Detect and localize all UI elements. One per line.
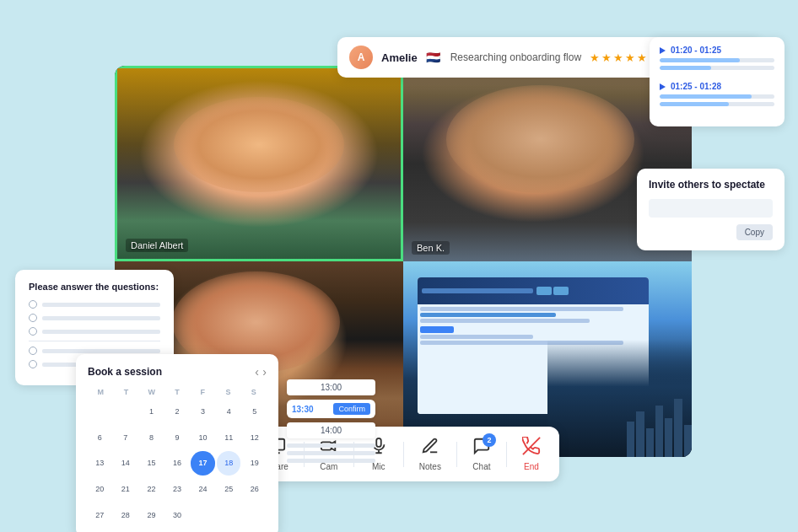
cal-day-T1: T <box>113 388 138 396</box>
cal-cell-empty-5 <box>242 502 267 527</box>
cal-cell-26[interactable]: 26 <box>242 477 267 502</box>
screen-line-1 <box>420 307 623 311</box>
cal-cell-27[interactable]: 27 <box>88 502 112 527</box>
chat-badge: 2 <box>483 433 496 447</box>
calendar-next[interactable]: › <box>262 365 267 379</box>
cal-day-M: M <box>88 388 113 396</box>
invite-link-input[interactable] <box>649 199 773 218</box>
timeline-fill-sub-2 <box>660 102 729 106</box>
option-line-4 <box>42 349 160 353</box>
play-icon-1 <box>660 47 666 54</box>
copy-button[interactable]: Copy <box>736 224 773 240</box>
cal-cell-19[interactable]: 19 <box>242 451 267 476</box>
cal-cell-empty-4 <box>217 502 241 527</box>
calendar-grid: 1 2 3 4 5 6 7 8 9 10 11 12 13 14 15 16 1… <box>88 400 267 527</box>
option-line-2 <box>42 316 160 320</box>
cal-cell-12[interactable]: 12 <box>242 426 267 450</box>
calendar-prev[interactable]: ‹ <box>255 365 259 379</box>
time-slots-container: 13:00 13:30 Confirm 14:00 <box>287 379 375 466</box>
timeline-time-2: 01:25 - 01:28 <box>660 82 774 91</box>
cal-cell-1[interactable]: 1 <box>139 400 164 424</box>
cal-cell-20[interactable]: 20 <box>88 477 112 502</box>
cal-day-W: W <box>139 388 164 396</box>
cal-cell-18[interactable]: 18 <box>217 451 241 476</box>
radio-2[interactable] <box>29 314 37 322</box>
divider-5 <box>506 442 507 467</box>
screen-line-2 <box>420 313 556 317</box>
cal-cell-2[interactable]: 2 <box>165 400 190 424</box>
cal-cell-23[interactable]: 23 <box>165 477 190 502</box>
user-avatar: A <box>349 46 373 69</box>
time-lines <box>287 443 375 463</box>
participant-label-daniel: Daniel Albert <box>126 239 188 252</box>
notes-button[interactable]: Notes <box>407 432 453 476</box>
option-line-3 <box>42 330 160 334</box>
cal-cell-6[interactable]: 6 <box>88 426 112 450</box>
cal-cell-17[interactable]: 17 <box>191 451 215 476</box>
end-label: End <box>524 462 539 471</box>
cal-day-S2: S <box>241 388 267 396</box>
question-option-2 <box>29 314 160 322</box>
timeline-bar-1 <box>660 58 774 62</box>
cal-cell-5[interactable]: 5 <box>242 400 267 424</box>
cal-cell-9[interactable]: 9 <box>165 426 190 450</box>
confirm-1330-button[interactable]: Confirm <box>333 403 370 415</box>
user-flag: 🇳🇱 <box>426 51 440 64</box>
question-option-3 <box>29 327 160 336</box>
time-slot-1300[interactable]: 13:00 <box>287 379 375 395</box>
cal-cell-30[interactable]: 30 <box>165 502 190 527</box>
timeline-bar-2 <box>660 94 774 99</box>
cal-cell-4[interactable]: 4 <box>217 400 241 424</box>
cal-cell-24[interactable]: 24 <box>191 477 215 502</box>
chat-label: Chat <box>472 462 490 471</box>
cal-cell-29[interactable]: 29 <box>139 502 164 527</box>
session-title: Researching onboarding flow <box>450 51 581 63</box>
radio-4[interactable] <box>29 347 37 355</box>
cal-cell-14[interactable]: 14 <box>114 451 138 476</box>
cal-cell-25[interactable]: 25 <box>217 477 241 502</box>
invite-title: Invite others to spectate <box>649 179 773 191</box>
cal-cell-empty-3 <box>191 502 215 527</box>
timeline-panel: 01:20 - 01:25 01:25 - 01:28 <box>650 37 785 126</box>
cal-cell-3[interactable]: 3 <box>191 400 215 424</box>
participant-video-1 <box>117 68 401 259</box>
cal-day-T2: T <box>164 388 190 396</box>
timeline-item-2: 01:25 - 01:28 <box>660 82 774 106</box>
cal-cell-8[interactable]: 8 <box>139 426 164 450</box>
cal-cell-15[interactable]: 15 <box>139 451 164 476</box>
timeline-fill-2 <box>660 94 752 99</box>
cal-cell-22[interactable]: 22 <box>139 477 164 502</box>
time-slot-1400[interactable]: 14:00 <box>287 422 375 438</box>
screen-header <box>418 277 649 304</box>
participant-label-ben: Ben K. <box>412 241 450 255</box>
cal-cell-28[interactable]: 28 <box>114 502 138 527</box>
cal-cell-16[interactable]: 16 <box>165 451 190 476</box>
calendar-header: Book a session ‹ › <box>88 364 267 379</box>
radio-1[interactable] <box>29 300 37 309</box>
question-option-1 <box>29 300 160 309</box>
notes-icon <box>421 437 439 459</box>
slot-1330-time: 13:30 <box>292 405 314 414</box>
cal-cell-empty-2 <box>114 400 138 424</box>
svg-rect-2 <box>376 438 381 447</box>
radio-3[interactable] <box>29 327 37 336</box>
play-icon-2 <box>660 83 666 90</box>
cal-cell-11[interactable]: 11 <box>217 426 241 450</box>
cal-day-S1: S <box>215 388 240 396</box>
end-button[interactable]: End <box>510 432 553 476</box>
cal-cell-21[interactable]: 21 <box>114 477 138 502</box>
screen-line-3 <box>420 319 590 323</box>
chat-button[interactable]: 2 Chat <box>461 432 503 476</box>
timeline-fill-1 <box>660 58 740 62</box>
notes-label: Notes <box>419 462 441 471</box>
cal-cell-10[interactable]: 10 <box>191 426 215 450</box>
timeline-bar-sub-1 <box>660 66 774 70</box>
cal-cell-13[interactable]: 13 <box>88 451 112 476</box>
radio-5[interactable] <box>29 360 37 368</box>
screen-line-4 <box>420 335 533 339</box>
cal-day-F: F <box>190 388 215 396</box>
timeline-item-1: 01:20 - 01:25 <box>660 46 774 70</box>
cal-cell-7[interactable]: 7 <box>114 426 138 450</box>
calendar-nav: ‹ › <box>255 364 267 379</box>
timeline-time-1: 01:20 - 01:25 <box>660 46 774 55</box>
